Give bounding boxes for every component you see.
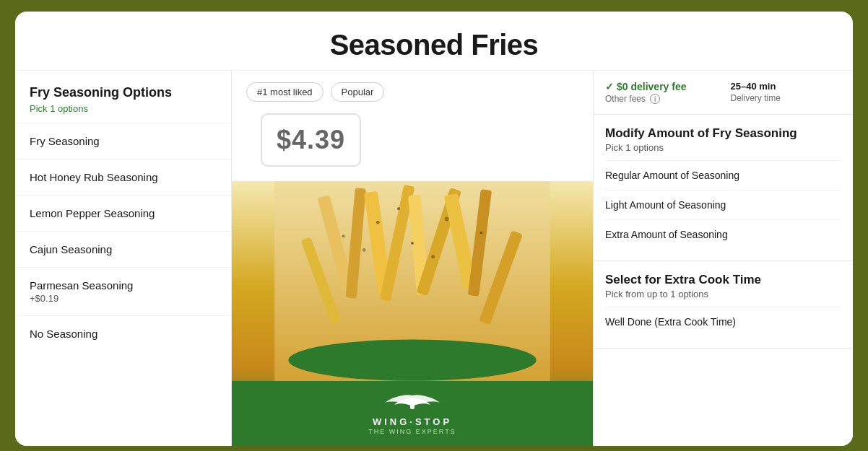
sidebar-section-title: Fry Seasoning Options <box>15 85 231 103</box>
option-extra-seasoning[interactable]: Extra Amount of Seasoning <box>605 219 841 249</box>
svg-point-15 <box>480 232 483 235</box>
wingstop-tagline: THE WING EXPERTS <box>368 428 456 435</box>
badge-popular: Popular <box>331 82 385 102</box>
sidebar-item-label: Parmesan Seasoning <box>30 279 217 292</box>
food-image: WING·STOP THE WING EXPERTS <box>232 181 593 446</box>
delivery-fee-text: $0 delivery fee <box>617 81 687 92</box>
right-panel: ✓ $0 delivery fee Other fees i 25–40 min… <box>593 71 853 446</box>
sidebar-item-label: Lemon Pepper Seasoning <box>30 207 217 219</box>
fries-illustration <box>232 181 593 387</box>
modify-section-title: Modify Amount of Fry Seasoning <box>605 126 841 141</box>
option-regular-seasoning[interactable]: Regular Amount of Seasoning <box>605 160 841 190</box>
sidebar-item-label: Fry Seasoning <box>30 135 217 147</box>
price-box: $4.39 <box>261 113 361 167</box>
delivery-time-item: 25–40 min Delivery time <box>731 81 842 104</box>
delivery-fee-sub: Other fees i <box>605 94 716 104</box>
page-title: Seasoned Fries <box>30 29 838 61</box>
extra-cook-subtitle: Pick from up to 1 options <box>605 289 841 299</box>
delivery-fee-label: ✓ $0 delivery fee <box>605 81 716 92</box>
info-icon[interactable]: i <box>650 94 660 104</box>
sidebar-item-extra-cost: +$0.19 <box>30 293 217 304</box>
sidebar-item-label: Cajun Seasoning <box>30 243 217 255</box>
delivery-time-sub: Delivery time <box>731 93 842 103</box>
svg-point-16 <box>363 248 366 252</box>
modal-container: Seasoned Fries Fry Seasoning Options Pic… <box>15 12 853 446</box>
svg-rect-21 <box>410 403 415 409</box>
wingstop-logo-area: WING·STOP THE WING EXPERTS <box>232 381 593 446</box>
sidebar-item-fry-seasoning[interactable]: Fry Seasoning <box>15 123 231 159</box>
badges-row: #1 most liked Popular <box>232 71 593 113</box>
header: Seasoned Fries <box>15 12 853 71</box>
svg-point-18 <box>431 255 435 259</box>
option-well-done[interactable]: Well Done (Extra Cook Time) <box>605 307 841 336</box>
svg-point-20 <box>409 398 415 403</box>
extra-cook-title: Select for Extra Cook Time <box>605 273 841 287</box>
left-sidebar: Fry Seasoning Options Pick 1 options Fry… <box>15 71 232 446</box>
sidebar-section-subtitle: Pick 1 options <box>15 103 231 123</box>
modify-section-subtitle: Pick 1 options <box>605 142 841 153</box>
svg-point-12 <box>376 221 380 224</box>
content-area: Fry Seasoning Options Pick 1 options Fry… <box>15 71 853 446</box>
svg-point-19 <box>288 339 537 380</box>
sidebar-item-parmesan[interactable]: Parmesan Seasoning +$0.19 <box>15 267 231 315</box>
badge-most-liked: #1 most liked <box>246 82 324 102</box>
option-light-seasoning[interactable]: Light Amount of Seasoning <box>605 190 841 219</box>
svg-point-17 <box>397 207 400 210</box>
sidebar-item-no-seasoning[interactable]: No Seasoning <box>15 315 231 351</box>
sidebar-item-cajun[interactable]: Cajun Seasoning <box>15 231 231 267</box>
extra-cook-section: Select for Extra Cook Time Pick from up … <box>594 261 853 349</box>
delivery-time-label: 25–40 min <box>731 81 842 92</box>
check-circle-icon: ✓ <box>605 81 614 92</box>
modify-section: Modify Amount of Fry Seasoning Pick 1 op… <box>594 115 853 261</box>
delivery-bar: ✓ $0 delivery fee Other fees i 25–40 min… <box>594 71 853 115</box>
sidebar-item-label: Hot Honey Rub Seasoning <box>30 171 217 183</box>
sidebar-item-hot-honey[interactable]: Hot Honey Rub Seasoning <box>15 159 231 195</box>
svg-point-13 <box>411 242 414 245</box>
delivery-fee-item: ✓ $0 delivery fee Other fees i <box>605 81 716 104</box>
svg-point-11 <box>342 235 345 237</box>
sidebar-item-label: No Seasoning <box>30 328 217 340</box>
wingstop-brand-name: WING·STOP <box>368 416 456 427</box>
svg-point-14 <box>445 217 449 222</box>
sidebar-item-lemon-pepper[interactable]: Lemon Pepper Seasoning <box>15 195 231 231</box>
wingstop-eagle-icon <box>383 392 441 413</box>
main-content: #1 most liked Popular $4.39 <box>232 71 593 446</box>
price-text: $4.39 <box>277 125 345 154</box>
